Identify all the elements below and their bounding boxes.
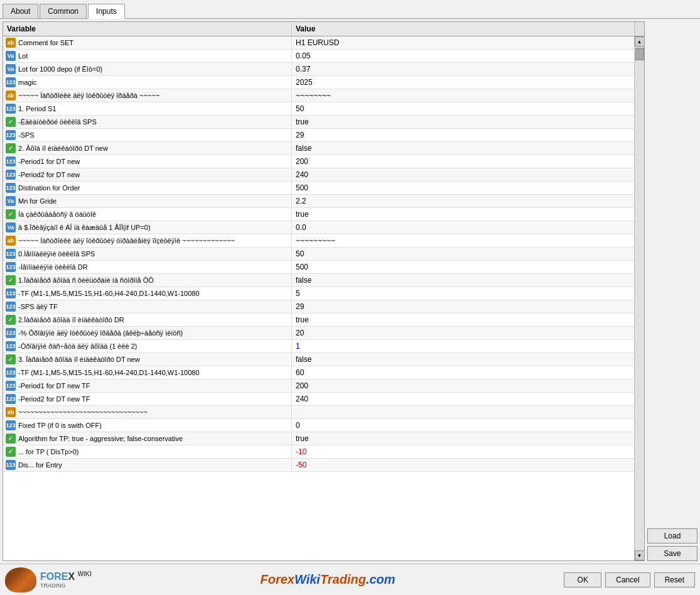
scroll-thumb[interactable] [635,48,644,60]
row-icon: ✓ [6,117,16,127]
table-row[interactable]: 123-TF (M1-1,M5-5,M15-15,H1-60,H4-240,D1… [3,366,634,379]
cell-variable: ✓2.Ïàðàìåòð âõîäà ïî èíäèêàòîðó DR [3,314,292,326]
variable-name: Distination for Order [18,184,80,192]
scroll-down-btn[interactable]: ▼ [635,550,645,560]
cell-variable: 123-Period1 for DT new [3,155,292,168]
table-row[interactable]: ab~~~~~~~~~~~~~~~~~~~~~~~~~~~~~~~~ [3,406,634,419]
variable-name: -Period1 for DT new [18,158,80,165]
table-row[interactable]: 123-SPS29 [3,129,634,142]
table-row[interactable]: 123-Period2 for DT new240 [3,168,634,182]
table-row[interactable]: 123Distination for Order500 [3,182,634,195]
variable-name: ~~~~~ Íàñòðîéêè äëÿ îòêðûòèÿ óïðàâëåíèÿ … [18,237,235,244]
dialog: About Common Inputs Variable Value abCom… [0,0,700,595]
variable-name: Dis... for Entry [18,461,62,469]
variable-name: -% Óðîâíÿìè äëÿ îòêðûòèÿ îðäåðà (âêëþ÷àå… [18,329,183,337]
table-scroll[interactable]: abComment for SETH1 EURUSDVaLot0.05VaLot… [3,36,634,560]
tab-inputs[interactable]: Inputs [88,4,125,19]
header-value: Value [292,22,634,36]
center-url: ForexWikiTrading.com [261,572,396,587]
table-row[interactable]: 123-SPS äëÿ TF29 [3,300,634,314]
scroll-up-btn[interactable]: ▲ [635,36,645,46]
row-icon: 123 [6,170,16,180]
variable-name: magic [18,79,36,86]
table-row[interactable]: ✓Algorithm for TP: true - aggressive; fa… [3,432,634,445]
variable-name: 3. Ïàðàìåòð âõîäà ïî èíäèêàòîðó DT new [18,356,140,363]
row-icon: Va [6,196,16,206]
cell-value: 50 [292,248,634,260]
cell-variable: 1231. Period S1 [3,102,292,115]
row-icon: 123 [6,420,16,430]
cell-value: 500 [292,182,634,194]
table-row[interactable]: ✓1.Ïàðàìåòð âõîäà ñ ôèëüòðàìè íà ñòîðîíå… [3,274,634,287]
variable-name: Mn for Gride [18,197,57,205]
bottom-bar: FOREX WIKI TRADING ForexWikiTrading.com … [0,564,700,595]
cell-value: 0.0 [292,221,634,234]
table-row[interactable]: ✓3. Ïàðàìåòð âõîäà ïî èíäèêàòîðó DT newf… [3,353,634,366]
table-row[interactable]: ✓-Èäèàíòèðóé öèêëîâ SPStrue [3,116,634,129]
table-row[interactable]: 123-Period2 for DT new TF240 [3,393,634,406]
cell-value: ~~~~~~~~~ [292,234,634,247]
cell-variable: 123-Period2 for DT new [3,168,292,181]
variable-name: -TF (M1-1,M5-5,M15-15,H1-60,H4-240,D1-14… [18,369,200,376]
table-row[interactable]: 123Dis... for Entry-50 [3,459,634,472]
table-row[interactable]: 1230.Ìåìîíàëèÿìè öèêëîâ SPS50 [3,248,634,261]
cell-value: 240 [292,168,634,181]
variable-name: Íà çàêðûâàåòñÿ â óáûòîê [18,210,96,218]
cell-value: true [292,116,634,128]
variable-name: 0.Ìåìîíàëèÿìè öèêëîâ SPS [18,250,95,258]
table-row[interactable]: ✓... for TP ( DisTp>0)-10 [3,445,634,459]
save-button[interactable]: Save [647,546,697,561]
row-icon: ✓ [6,354,16,364]
table-header: Variable Value [3,22,644,36]
reset-button[interactable]: Reset [654,572,695,587]
table-row[interactable]: VaMn for Gride2.2 [3,195,634,208]
table-row[interactable]: VaLot0.05 [3,50,634,63]
cell-value: 29 [292,300,634,313]
cancel-button[interactable]: Cancel [605,572,650,587]
cell-value: true [292,314,634,326]
scroll-track-inner [635,46,645,550]
table-row[interactable]: ab~~~~~ Íàñòðîéêè äëÿ îòêðûòèÿ îðäåðà ~~… [3,89,634,102]
table-row[interactable]: ✓2. Âõîä ïî èíäèêàòîðó DT newfalse [3,142,634,155]
table-row[interactable]: 123magic2025 [3,76,634,89]
cell-value: true [292,432,634,445]
variable-name: -Period1 for DT new TF [18,382,90,390]
row-icon: 123 [6,249,16,259]
table-row[interactable]: 123Fixed TP (if 0 is swith OFF)0 [3,419,634,432]
cell-variable: ✓2. Âõîä ïî èíäèêàòîðó DT new [3,142,292,155]
cell-variable: 123magic [3,76,292,89]
sidebar: Load Save [647,21,697,561]
table-row[interactable]: 123-Óðîâíÿìè ðàñ÷åòà äëÿ âõîäà (1 èëè 2)… [3,340,634,353]
table-row[interactable]: 123-Period1 for DT new200 [3,155,634,168]
cell-variable: 123-SPS äëÿ TF [3,300,292,313]
table-row[interactable]: 123-Ìåìîíàëèÿìè öèêëîâ DR500 [3,261,634,274]
table-row[interactable]: ✓Íà çàêðûâàåòñÿ â óáûòîêtrue [3,208,634,221]
table-row[interactable]: abComment for SETH1 EURUSD [3,36,634,50]
tab-common[interactable]: Common [40,4,87,18]
table-row[interactable]: ab~~~~~ Íàñòðîéêè äëÿ îòêðûòèÿ óïðàâëåíè… [3,234,634,248]
logo-left: FOREX WIKI TRADING [5,567,92,592]
bottom-buttons: OK Cancel Reset [564,572,695,587]
table-row[interactable]: 123-Period1 for DT new TF200 [3,379,634,393]
variable-name: 2. Âõîä ïî èíäèêàòîðó DT new [18,145,108,152]
row-icon: ab [6,38,16,48]
table-row[interactable]: 123-% Óðîâíÿìè äëÿ îòêðûòèÿ îðäåðà (âêëþ… [3,327,634,340]
row-icon: ✓ [6,434,16,444]
variable-name: Comment for SET [18,39,73,46]
cell-value: 0 [292,419,634,432]
cell-value: 20 [292,327,634,339]
cell-value: 50 [292,102,634,115]
table-row[interactable]: 123-TF (M1-1,M5-5,M15-15,H1-60,H4-240,D1… [3,287,634,300]
ok-button[interactable]: OK [564,572,601,587]
table-row[interactable]: VaLot for 1000 depo (if Ëîò=0)0.37 [3,63,634,76]
tab-about[interactable]: About [3,4,38,18]
row-icon: 123 [6,381,16,391]
cell-value [292,406,634,418]
cell-variable: 123-Period2 for DT new TF [3,393,292,405]
table-row[interactable]: ✓2.Ïàðàìåòð âõîäà ïî èíäèêàòîðó DRtrue [3,314,634,327]
load-button[interactable]: Load [647,528,697,543]
cell-value: 60 [292,366,634,379]
table-row[interactable]: Vaâ $.Ïðèâÿçàíî ê ÀÎ íà êàæäûå 1 ÅÏÎ(if … [3,221,634,234]
table-row[interactable]: 1231. Period S150 [3,102,634,116]
scrollbar[interactable]: ▲ ▼ [634,36,644,560]
